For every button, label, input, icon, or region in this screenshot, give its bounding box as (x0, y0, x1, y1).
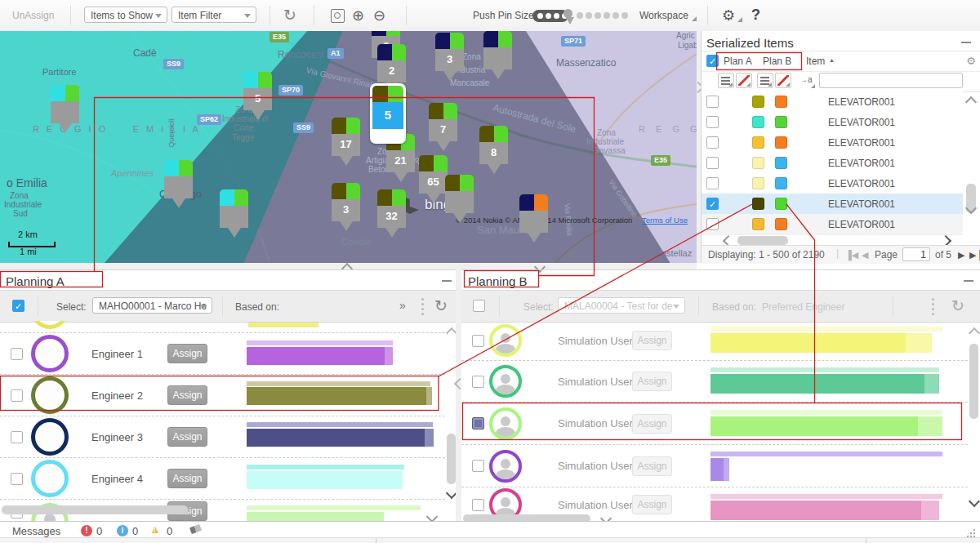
scroll-down-icon[interactable] (969, 496, 980, 507)
map-pushpin[interactable]: 65 (419, 155, 448, 203)
text-filter-mode-icon[interactable]: →a (800, 75, 813, 84)
resource-select-dropdown[interactable]: MALA00004 - Test for de (558, 297, 685, 314)
vertical-splitter[interactable] (456, 269, 461, 521)
row-checkbox[interactable] (706, 157, 719, 169)
map-pushpin[interactable]: 3 (332, 183, 360, 231)
row-checkbox[interactable] (11, 348, 23, 360)
map-pushpin[interactable]: 7 (429, 103, 457, 151)
assign-button[interactable]: Assign (632, 372, 672, 391)
serialized-item-row[interactable]: ELEVATOR001 (702, 214, 963, 235)
serialized-item-row[interactable]: ELEVATOR001 (702, 91, 963, 113)
row-checkbox[interactable] (472, 376, 484, 388)
row-checkbox[interactable] (706, 136, 719, 149)
assign-button[interactable]: Assign (167, 344, 207, 363)
map-pushpin[interactable]: 5 (243, 72, 272, 120)
resource-row[interactable] (0, 321, 445, 332)
serialized-item-row[interactable]: ELEVATOR001 (702, 132, 963, 154)
last-page-icon[interactable]: ▶▐ (969, 250, 980, 260)
row-checkbox[interactable] (706, 96, 719, 108)
assign-button[interactable]: Assign (632, 495, 672, 514)
row-checkbox[interactable] (472, 499, 484, 511)
grid-gear-icon[interactable]: ⚙ (966, 55, 976, 67)
gear-icon[interactable]: ⚙ (722, 7, 735, 24)
slider-dot-empty[interactable] (586, 12, 592, 19)
assign-button[interactable]: Assign (632, 414, 672, 434)
slider-dot-empty[interactable] (604, 12, 610, 19)
resource-row[interactable]: Engineer 1Assign (0, 332, 445, 375)
map-pushpin[interactable]: 17 (332, 118, 360, 166)
resource-row[interactable]: Simulation User 3Assign (461, 402, 968, 445)
resource-select-dropdown[interactable]: MAHO00001 - Marco Ho (92, 297, 212, 314)
refresh-icon[interactable]: ↻ (951, 298, 964, 314)
row-checkbox[interactable] (472, 460, 484, 472)
slider-dot-filled[interactable] (537, 13, 543, 19)
row-checkbox[interactable] (11, 389, 23, 402)
assign-button[interactable]: Assign (167, 469, 207, 488)
items-to-show-dropdown[interactable]: Items to Show (84, 7, 167, 23)
drag-handle-icon[interactable] (421, 298, 424, 318)
previous-page-icon[interactable]: ◀ (862, 250, 868, 260)
item-filter-input[interactable] (819, 73, 963, 88)
refresh-icon[interactable]: ↻ (434, 298, 448, 314)
row-checkbox[interactable] (472, 335, 484, 347)
plan-a-operator-filter-button[interactable] (718, 73, 734, 88)
slider-dot-filled[interactable] (546, 13, 551, 19)
serialized-item-row[interactable]: ELEVATOR001 (702, 173, 963, 194)
zoom-in-icon[interactable]: ⊕ (352, 7, 364, 24)
plan-b-color-filter-button[interactable] (775, 73, 791, 88)
column-header-plan-b[interactable]: Plan B (763, 56, 791, 67)
row-checkbox[interactable] (706, 218, 719, 230)
minimize-button[interactable] (964, 280, 973, 282)
resource-row[interactable]: Simulation User 4Assign (461, 444, 968, 487)
assign-button[interactable]: Assign (632, 456, 672, 476)
slider-dot-empty[interactable] (595, 12, 601, 19)
zoom-selection-icon[interactable] (331, 9, 345, 23)
resize-grip-icon[interactable] (966, 527, 976, 536)
select-all-checkbox[interactable] (706, 55, 719, 67)
assign-button[interactable]: Assign (167, 385, 207, 405)
map-pushpin[interactable] (164, 160, 193, 208)
serialized-item-row[interactable]: ELEVATOR001 (702, 112, 963, 133)
map-canvas[interactable]: CadèPartitoreR E G G I O E M I L I AApen… (0, 31, 697, 263)
clear-messages-eraser-icon[interactable] (189, 524, 202, 534)
assign-button[interactable]: Assign (632, 331, 672, 350)
slider-dot-empty[interactable] (621, 12, 628, 19)
map-pushpin[interactable] (220, 189, 248, 238)
minimize-button[interactable] (961, 42, 971, 43)
map-pushpin[interactable]: 32 (377, 189, 406, 238)
scroll-up-icon[interactable] (969, 327, 980, 339)
map-pushpin[interactable]: 8 (479, 126, 508, 174)
column-header-item[interactable]: Item (806, 56, 825, 67)
row-checkbox[interactable] (11, 473, 23, 485)
refresh-icon[interactable]: ↻ (283, 7, 296, 23)
select-all-resources-checkbox[interactable] (12, 300, 24, 312)
resource-row[interactable]: Simulation User 1Assign (461, 322, 968, 360)
plan-a-color-filter-button[interactable] (736, 73, 752, 88)
map-pushpin[interactable] (51, 85, 79, 133)
zoom-out-icon[interactable]: ⊖ (373, 7, 385, 24)
plan-b-operator-filter-button[interactable] (757, 73, 773, 88)
select-all-resources-checkbox[interactable] (473, 300, 485, 312)
workspace-menu[interactable]: Workspace (639, 10, 688, 21)
page-number-input[interactable] (902, 247, 930, 261)
row-checkbox[interactable] (706, 116, 719, 128)
horizontal-scrollbar-thumb[interactable] (2, 505, 188, 514)
column-header-plan-a[interactable]: Plan A (724, 56, 752, 67)
resource-row[interactable]: Engineer 2Assign (0, 374, 445, 416)
minimize-button[interactable] (442, 280, 452, 282)
map-pushpin-selected[interactable]: 5 (370, 83, 406, 144)
resource-row[interactable]: Simulation User 2Assign (461, 360, 968, 403)
first-page-icon[interactable]: ▐◀ (845, 250, 858, 260)
serialized-item-row[interactable]: ELEVATOR001 (702, 153, 963, 174)
map-pushpin[interactable] (445, 175, 474, 223)
vertical-scrollbar-thumb[interactable] (969, 344, 978, 419)
unassign-button[interactable]: UnAssign (12, 10, 54, 21)
assign-button[interactable]: Assign (167, 427, 207, 447)
horizontal-scrollbar-thumb[interactable] (737, 236, 788, 245)
terms-of-use-link[interactable]: Terms of Use (642, 216, 688, 225)
row-checkbox[interactable] (706, 177, 719, 189)
overflow-menu-button[interactable]: » (399, 299, 406, 312)
next-page-icon[interactable]: ▶ (958, 250, 964, 260)
resource-row[interactable]: Engineer 4Assign (0, 457, 445, 500)
vertical-scrollbar-thumb[interactable] (447, 434, 456, 484)
